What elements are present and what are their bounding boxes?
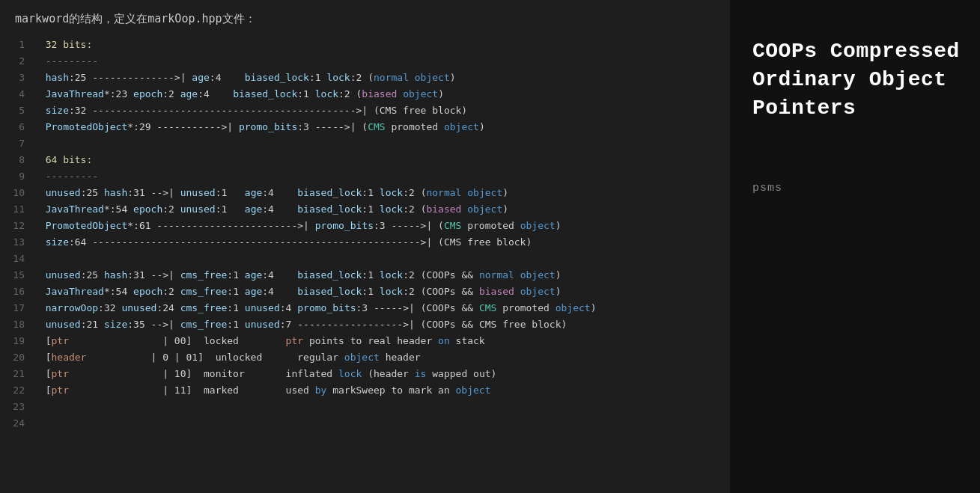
line-content: unused:25 hash:31 -->| unused:1 age:4 bi… [34,186,508,200]
line-number: 11 [0,202,34,217]
line-content: unused:25 hash:31 -->| cms_free:1 age:4 … [34,268,561,283]
sidebar: COOPs CompressedOrdinary ObjectPointers … [730,0,980,493]
line-number: 23 [0,399,34,414]
line-content: hash:25 -------------->| age:4 biased_lo… [34,70,456,85]
line-number: 10 [0,186,34,200]
line-content: PromotedObject*:61 ---------------------… [34,218,561,233]
line-content: [header | 0 | 01] unlocked regular objec… [34,350,421,365]
table-row: 7 [0,135,730,152]
line-content: PromotedObject*:29 ----------->| promo_b… [34,120,485,135]
line-number: 24 [0,416,34,431]
line-number: 12 [0,218,34,233]
line-number: 13 [0,235,34,250]
table-row: 15 unused:25 hash:31 -->| cms_free:1 age… [0,267,730,284]
line-content: --------- [34,54,98,69]
table-row: 9 --------- [0,168,730,185]
table-row: 12 PromotedObject*:61 ------------------… [0,218,730,234]
line-content: [ptr | 00] locked ptr points to real hea… [34,334,485,349]
line-number: 3 [0,70,34,85]
title-bar: markword的结构，定义在markOop.hpp文件： [0,7,730,37]
line-number: 2 [0,54,34,69]
table-row: 18 unused:21 size:35 -->| cms_free:1 unu… [0,316,730,333]
line-number: 14 [0,251,34,266]
table-row: 17 narrowOop:32 unused:24 cms_free:1 unu… [0,300,730,316]
code-panel: markword的结构，定义在markOop.hpp文件： 1 32 bits:… [0,0,730,493]
line-content: JavaThread*:54 epoch:2 cms_free:1 age:4 … [34,284,561,299]
line-number: 5 [0,103,34,118]
line-number: 18 [0,317,34,332]
table-row: 11 JavaThread*:54 epoch:2 unused:1 age:4… [0,201,730,218]
table-row: 2 --------- [0,53,730,70]
table-row: 10 unused:25 hash:31 -->| unused:1 age:4… [0,185,730,201]
table-row: 24 [0,415,730,432]
line-number: 19 [0,334,34,349]
table-row: 21 [ptr | 10] monitor inflated lock (hea… [0,366,730,382]
line-content: 32 bits: [34,37,92,52]
line-content: 64 bits: [34,153,92,168]
table-row: 23 [0,399,730,415]
line-number: 15 [0,268,34,283]
table-row: 6 PromotedObject*:29 ----------->| promo… [0,119,730,135]
line-content: JavaThread*:54 epoch:2 unused:1 age:4 bi… [34,202,508,217]
line-number: 4 [0,87,34,102]
table-row: 16 JavaThread*:54 epoch:2 cms_free:1 age… [0,284,730,300]
table-row: 3 hash:25 -------------->| age:4 biased_… [0,70,730,86]
line-number: 7 [0,136,34,151]
line-number: 21 [0,367,34,382]
table-row: 4 JavaThread*:23 epoch:2 age:4 biased_lo… [0,86,730,102]
table-row: 1 32 bits: [0,37,730,53]
table-row: 19 [ptr | 00] locked ptr points to real … [0,333,730,349]
line-content: [ptr | 11] marked used by markSweep to m… [34,383,491,398]
table-row: 13 size:64 -----------------------------… [0,234,730,251]
table-row: 22 [ptr | 11] marked used by markSweep t… [0,382,730,399]
table-row: 8 64 bits: [0,152,730,168]
line-number: 16 [0,284,34,299]
line-content: JavaThread*:23 epoch:2 age:4 biased_lock… [34,87,444,102]
table-row: 20 [header | 0 | 01] unlocked regular ob… [0,349,730,366]
sidebar-title: COOPs CompressedOrdinary ObjectPointers [752,37,960,122]
line-content: size:32 --------------------------------… [34,103,467,118]
line-number: 17 [0,301,34,316]
line-number: 22 [0,383,34,398]
table-row: 14 [0,251,730,267]
line-content: [ptr | 10] monitor inflated lock (header… [34,367,496,382]
code-lines: 1 32 bits:2 ---------3 hash:25 ---------… [0,37,730,432]
line-number: 6 [0,120,34,135]
line-content: size:64 --------------------------------… [34,235,532,250]
line-number: 9 [0,169,34,184]
line-content: narrowOop:32 unused:24 cms_free:1 unused… [34,301,596,316]
line-number: 8 [0,153,34,168]
line-number: 20 [0,350,34,365]
line-content: --------- [34,169,98,184]
sidebar-subtitle: psms [752,182,782,195]
line-number: 1 [0,37,34,52]
table-row: 5 size:32 ------------------------------… [0,102,730,119]
line-content: unused:21 size:35 -->| cms_free:1 unused… [34,317,567,332]
